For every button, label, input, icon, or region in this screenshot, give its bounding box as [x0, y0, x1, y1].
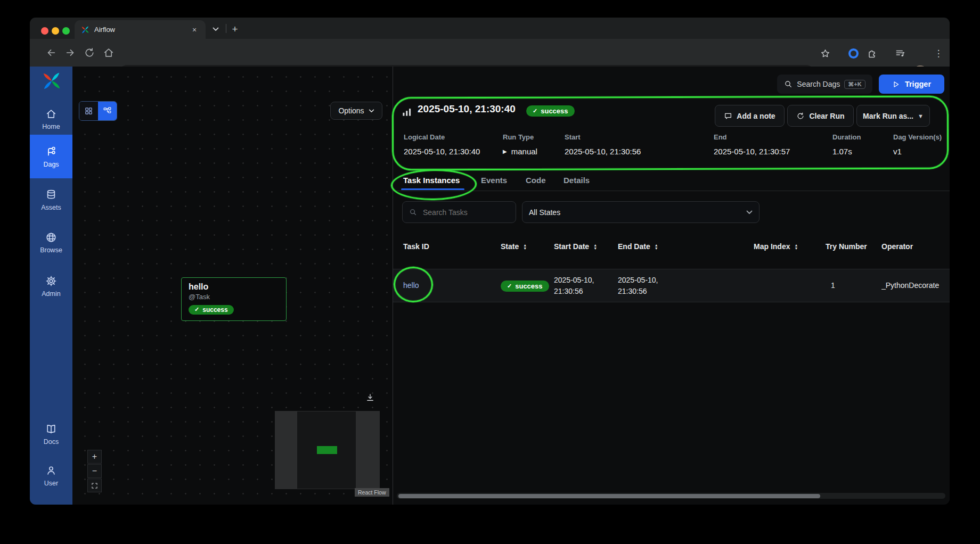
tab-close-icon[interactable]: × [190, 25, 199, 35]
search-dags-button[interactable]: Search Dags ⌘+K [777, 75, 872, 94]
window-minimize-button[interactable] [52, 27, 59, 35]
trigger-button[interactable]: Trigger [879, 75, 944, 94]
browse-globe-icon [45, 232, 57, 243]
sidebar-item-user[interactable]: User [30, 460, 72, 491]
tab-task-instances[interactable]: Task Instances [403, 176, 460, 185]
home-icon[interactable] [103, 47, 115, 59]
col-operator: Operator [881, 242, 940, 251]
tab-code[interactable]: Code [526, 176, 546, 185]
end-date-cell: 2025-05-10, 21:30:56 [618, 275, 680, 296]
sidebar-item-dags[interactable]: Dags [30, 135, 72, 178]
sidebar-item-label: Browse [40, 246, 62, 254]
tab-list-chevron-icon[interactable] [210, 23, 222, 35]
forward-icon[interactable] [64, 47, 76, 59]
check-icon: ✓ [533, 108, 537, 114]
col-task-id[interactable]: Task ID [403, 242, 501, 251]
search-tasks-input[interactable] [402, 201, 516, 223]
meta-label: Start [565, 133, 581, 141]
graph-zoom-controls: + − [87, 450, 102, 492]
task-node-hello[interactable]: hello @Task ✓ success [181, 277, 287, 321]
tabs-bottom-border [393, 191, 950, 191]
sidebar-item-browse[interactable]: Browse [30, 227, 72, 258]
sidebar-item-docs[interactable]: Docs [30, 419, 72, 450]
task-table-header: Task ID State▲▼ Start Date▲▼ End Date▲▼ … [403, 237, 940, 255]
home-nav-icon [45, 108, 57, 120]
browser-tab-airflow[interactable]: Airflow × [75, 20, 206, 39]
run-state-label: success [541, 108, 568, 114]
desktop: Airflow × + [0, 0, 980, 544]
col-try-number: Try Number [826, 242, 881, 251]
airflow-app: Home Dags Assets [30, 67, 950, 505]
check-icon: ✓ [507, 283, 512, 289]
sidebar-item-label: Home [42, 123, 60, 130]
admin-gear-icon [45, 275, 57, 287]
clear-run-button[interactable]: Clear Run [787, 105, 854, 127]
media-queue-icon[interactable] [894, 47, 907, 60]
sidebar: Home Dags Assets [30, 67, 72, 505]
run-chart-icon [402, 107, 412, 117]
task-node-state-label: success [202, 307, 227, 313]
browser-window: Airflow × + [30, 18, 950, 505]
options-label: Options [338, 106, 364, 115]
browser-menu-icon[interactable]: ⋮ [932, 47, 945, 60]
sidebar-item-admin[interactable]: Admin [30, 271, 72, 302]
window-close-button[interactable] [41, 27, 48, 35]
state-filter-select[interactable]: All States [522, 201, 760, 223]
horizontal-scrollbar[interactable] [397, 493, 945, 499]
zoom-in-button[interactable]: + [87, 450, 102, 464]
minimap-task-node [317, 446, 337, 454]
annotation-task-instances-tab [391, 169, 477, 201]
col-start-date[interactable]: Start Date▲▼ [554, 242, 618, 251]
sidebar-item-home[interactable]: Home [30, 104, 72, 135]
sidebar-item-assets[interactable]: Assets [30, 185, 72, 216]
sidebar-item-label: Assets [41, 204, 61, 211]
graph-minimap[interactable] [275, 411, 380, 489]
dag-graph-panel[interactable]: Options hello @Task ✓ success + − [72, 67, 393, 505]
mark-run-as-button[interactable]: Mark Run as... ▼ [856, 105, 930, 127]
reactflow-attribution: React Flow [355, 488, 389, 497]
tab-details[interactable]: Details [564, 176, 590, 185]
add-note-button[interactable]: Add a note [715, 105, 785, 127]
graph-options-button[interactable]: Options [330, 102, 382, 120]
zoom-out-button[interactable]: − [87, 464, 102, 478]
sort-icon[interactable]: ▲▼ [593, 244, 597, 250]
state-filter-value: All States [529, 208, 560, 217]
user-person-icon [45, 465, 57, 476]
meta-value: 2025-05-10, 21:30:40 [404, 147, 480, 156]
download-graph-icon[interactable] [365, 393, 375, 402]
search-tasks-field[interactable] [422, 208, 504, 217]
task-node-title: hello [189, 282, 279, 292]
sort-icon[interactable]: ▲▼ [655, 244, 658, 250]
sort-icon[interactable]: ▲▼ [794, 244, 798, 250]
play-icon: ▶ [503, 149, 507, 154]
extensions-puzzle-icon[interactable] [865, 47, 878, 60]
task-id-link[interactable]: hello [403, 280, 501, 291]
search-shortcut-badge: ⌘+K [844, 80, 865, 89]
sort-icon[interactable]: ▲▼ [523, 244, 527, 250]
col-map-index[interactable]: Map Index▲▼ [754, 242, 826, 251]
sidebar-item-label: Admin [42, 290, 60, 298]
window-zoom-button[interactable] [62, 27, 70, 35]
reload-icon[interactable] [84, 47, 95, 59]
bookmark-star-icon[interactable] [819, 47, 831, 60]
grid-view-button[interactable] [79, 102, 98, 120]
airflow-logo[interactable] [42, 71, 62, 91]
row-state-label: success [515, 283, 542, 290]
extension-ring-icon[interactable] [847, 47, 860, 60]
airflow-favicon [81, 26, 89, 34]
back-icon[interactable] [45, 47, 57, 59]
table-row[interactable]: hello ✓ success 2025-05-10, 21:30:56 202… [393, 269, 950, 302]
tabstrip-divider [226, 24, 226, 33]
new-tab-button[interactable]: + [229, 23, 241, 35]
active-tab-underline [401, 188, 464, 190]
browser-tabstrip: Airflow × + [30, 18, 950, 39]
browser-toolbar: localhost:8080/dags/lol/runs/manual__202… [30, 39, 950, 67]
scrollbar-thumb[interactable] [398, 494, 820, 498]
graph-view-button[interactable] [98, 102, 117, 120]
col-end-date[interactable]: End Date▲▼ [618, 242, 754, 251]
fit-view-button[interactable] [87, 479, 102, 492]
meta-label: Duration [832, 133, 861, 141]
col-state[interactable]: State▲▼ [501, 242, 554, 251]
view-mode-toggle [79, 101, 117, 121]
tab-events[interactable]: Events [481, 176, 507, 185]
